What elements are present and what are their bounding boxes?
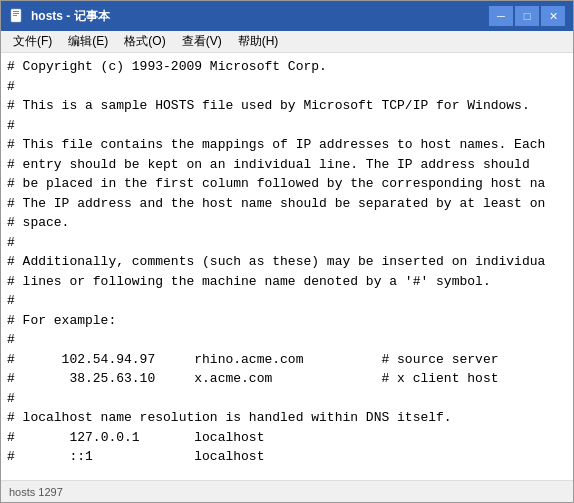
svg-rect-3 <box>13 15 17 16</box>
menu-view[interactable]: 查看(V) <box>174 32 230 52</box>
svg-rect-2 <box>13 13 19 14</box>
status-bar: hosts 1297 <box>1 480 573 502</box>
menu-file[interactable]: 文件(F) <box>5 32 60 52</box>
svg-rect-1 <box>13 11 19 12</box>
menu-bar: 文件(F) 编辑(E) 格式(O) 查看(V) 帮助(H) <box>1 31 573 53</box>
title-bar: hosts - 记事本 ─ □ ✕ <box>1 1 573 31</box>
menu-edit[interactable]: 编辑(E) <box>60 32 116 52</box>
text-editor-area[interactable]: # Copyright (c) 1993-2009 Microsoft Corp… <box>1 53 573 480</box>
minimize-button[interactable]: ─ <box>489 6 513 26</box>
window-title: hosts - 记事本 <box>31 8 489 25</box>
menu-format[interactable]: 格式(O) <box>116 32 173 52</box>
hosts-file-content: # Copyright (c) 1993-2009 Microsoft Corp… <box>7 57 567 480</box>
window-controls: ─ □ ✕ <box>489 6 565 26</box>
app-icon <box>9 8 25 24</box>
maximize-button[interactable]: □ <box>515 6 539 26</box>
close-button[interactable]: ✕ <box>541 6 565 26</box>
menu-help[interactable]: 帮助(H) <box>230 32 287 52</box>
notepad-window: hosts - 记事本 ─ □ ✕ 文件(F) 编辑(E) 格式(O) 查看(V… <box>0 0 574 503</box>
status-text: hosts 1297 <box>9 486 63 498</box>
